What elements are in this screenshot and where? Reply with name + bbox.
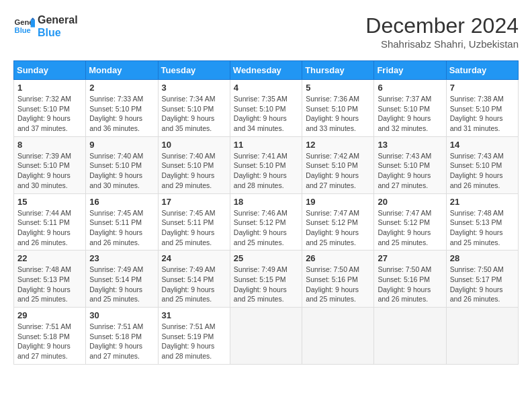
day-number: 16 <box>89 197 154 207</box>
day-number: 29 <box>17 310 82 320</box>
calendar-cell: 29Sunrise: 7:51 AM Sunset: 5:18 PM Dayli… <box>14 308 86 365</box>
calendar-cell: 28Sunrise: 7:50 AM Sunset: 5:17 PM Dayli… <box>446 250 518 308</box>
calendar-cell: 24Sunrise: 7:49 AM Sunset: 5:14 PM Dayli… <box>158 250 230 308</box>
calendar-cell: 25Sunrise: 7:49 AM Sunset: 5:15 PM Dayli… <box>230 250 302 308</box>
calendar-cell: 27Sunrise: 7:50 AM Sunset: 5:16 PM Dayli… <box>374 250 446 308</box>
day-info: Sunrise: 7:35 AM Sunset: 5:10 PM Dayligh… <box>234 94 298 134</box>
col-header-monday: Monday <box>86 61 158 80</box>
calendar-cell: 14Sunrise: 7:43 AM Sunset: 5:10 PM Dayli… <box>446 136 518 193</box>
calendar-cell: 6Sunrise: 7:37 AM Sunset: 5:10 PM Daylig… <box>374 80 446 137</box>
calendar-cell: 26Sunrise: 7:50 AM Sunset: 5:16 PM Dayli… <box>302 250 374 308</box>
day-number: 6 <box>378 83 442 93</box>
calendar-cell: 8Sunrise: 7:39 AM Sunset: 5:10 PM Daylig… <box>14 136 86 193</box>
col-header-friday: Friday <box>374 61 446 80</box>
day-info: Sunrise: 7:40 AM Sunset: 5:10 PM Dayligh… <box>162 151 226 191</box>
day-number: 15 <box>17 197 82 207</box>
day-number: 17 <box>162 197 226 207</box>
calendar-cell: 12Sunrise: 7:42 AM Sunset: 5:10 PM Dayli… <box>302 136 374 193</box>
calendar-cell: 3Sunrise: 7:34 AM Sunset: 5:10 PM Daylig… <box>158 80 230 137</box>
day-number: 20 <box>378 197 442 207</box>
calendar-cell: 19Sunrise: 7:47 AM Sunset: 5:12 PM Dayli… <box>302 193 374 250</box>
day-number: 28 <box>450 253 515 263</box>
day-number: 19 <box>306 197 370 207</box>
col-header-thursday: Thursday <box>302 61 374 80</box>
day-number: 12 <box>306 140 370 150</box>
day-number: 9 <box>89 140 154 150</box>
day-number: 31 <box>162 310 226 320</box>
day-number: 2 <box>89 83 154 93</box>
day-number: 4 <box>234 83 298 93</box>
header-row: SundayMondayTuesdayWednesdayThursdayFrid… <box>14 61 519 80</box>
day-info: Sunrise: 7:36 AM Sunset: 5:10 PM Dayligh… <box>306 94 370 134</box>
day-info: Sunrise: 7:46 AM Sunset: 5:12 PM Dayligh… <box>234 208 298 248</box>
day-info: Sunrise: 7:45 AM Sunset: 5:11 PM Dayligh… <box>162 208 226 248</box>
day-info: Sunrise: 7:49 AM Sunset: 5:14 PM Dayligh… <box>162 265 226 304</box>
calendar-cell: 15Sunrise: 7:44 AM Sunset: 5:11 PM Dayli… <box>14 193 86 250</box>
calendar-cell: 4Sunrise: 7:35 AM Sunset: 5:10 PM Daylig… <box>230 80 302 137</box>
logo-blue: Blue <box>38 26 78 39</box>
logo-general: General <box>38 13 78 26</box>
day-number: 27 <box>378 253 442 263</box>
day-number: 26 <box>306 253 370 263</box>
day-info: Sunrise: 7:37 AM Sunset: 5:10 PM Dayligh… <box>378 94 442 134</box>
calendar-cell: 22Sunrise: 7:48 AM Sunset: 5:13 PM Dayli… <box>14 250 86 308</box>
page-header: General Blue General Blue December 2024 … <box>13 13 519 50</box>
day-info: Sunrise: 7:39 AM Sunset: 5:10 PM Dayligh… <box>17 151 82 191</box>
day-number: 23 <box>89 253 154 263</box>
day-number: 30 <box>89 310 154 320</box>
week-row-2: 8Sunrise: 7:39 AM Sunset: 5:10 PM Daylig… <box>14 136 519 193</box>
month-title: December 2024 <box>365 13 519 38</box>
calendar-cell: 1Sunrise: 7:32 AM Sunset: 5:10 PM Daylig… <box>14 80 86 137</box>
calendar-cell: 13Sunrise: 7:43 AM Sunset: 5:10 PM Dayli… <box>374 136 446 193</box>
svg-marker-2 <box>31 20 35 28</box>
day-number: 14 <box>450 140 515 150</box>
day-info: Sunrise: 7:51 AM Sunset: 5:18 PM Dayligh… <box>89 322 154 361</box>
day-info: Sunrise: 7:32 AM Sunset: 5:10 PM Dayligh… <box>17 94 82 134</box>
calendar-cell: 11Sunrise: 7:41 AM Sunset: 5:10 PM Dayli… <box>230 136 302 193</box>
day-number: 24 <box>162 253 226 263</box>
col-header-saturday: Saturday <box>446 61 518 80</box>
week-row-4: 22Sunrise: 7:48 AM Sunset: 5:13 PM Dayli… <box>14 250 519 308</box>
day-info: Sunrise: 7:42 AM Sunset: 5:10 PM Dayligh… <box>306 151 370 191</box>
title-block: December 2024 Shahrisabz Shahri, Uzbekis… <box>365 13 519 50</box>
day-info: Sunrise: 7:47 AM Sunset: 5:12 PM Dayligh… <box>378 208 442 248</box>
calendar-cell <box>446 308 518 365</box>
day-info: Sunrise: 7:34 AM Sunset: 5:10 PM Dayligh… <box>162 94 226 134</box>
day-number: 1 <box>17 83 82 93</box>
calendar-cell: 17Sunrise: 7:45 AM Sunset: 5:11 PM Dayli… <box>158 193 230 250</box>
week-row-5: 29Sunrise: 7:51 AM Sunset: 5:18 PM Dayli… <box>14 308 519 365</box>
day-info: Sunrise: 7:38 AM Sunset: 5:10 PM Dayligh… <box>450 94 515 134</box>
calendar-cell: 20Sunrise: 7:47 AM Sunset: 5:12 PM Dayli… <box>374 193 446 250</box>
day-number: 3 <box>162 83 226 93</box>
logo: General Blue General Blue <box>13 13 78 39</box>
calendar-cell <box>302 308 374 365</box>
day-info: Sunrise: 7:49 AM Sunset: 5:15 PM Dayligh… <box>234 265 298 304</box>
day-number: 25 <box>234 253 298 263</box>
calendar-cell: 5Sunrise: 7:36 AM Sunset: 5:10 PM Daylig… <box>302 80 374 137</box>
calendar-cell: 31Sunrise: 7:51 AM Sunset: 5:19 PM Dayli… <box>158 308 230 365</box>
day-info: Sunrise: 7:45 AM Sunset: 5:11 PM Dayligh… <box>89 208 154 248</box>
day-info: Sunrise: 7:43 AM Sunset: 5:10 PM Dayligh… <box>450 151 515 191</box>
day-info: Sunrise: 7:47 AM Sunset: 5:12 PM Dayligh… <box>306 208 370 248</box>
calendar-table: SundayMondayTuesdayWednesdayThursdayFrid… <box>13 60 519 365</box>
location-subtitle: Shahrisabz Shahri, Uzbekistan <box>365 38 519 50</box>
calendar-cell: 21Sunrise: 7:48 AM Sunset: 5:13 PM Dayli… <box>446 193 518 250</box>
day-info: Sunrise: 7:49 AM Sunset: 5:14 PM Dayligh… <box>89 265 154 304</box>
day-number: 18 <box>234 197 298 207</box>
day-info: Sunrise: 7:50 AM Sunset: 5:16 PM Dayligh… <box>378 265 442 304</box>
logo-icon: General Blue <box>13 15 35 37</box>
day-info: Sunrise: 7:50 AM Sunset: 5:17 PM Dayligh… <box>450 265 515 304</box>
day-info: Sunrise: 7:44 AM Sunset: 5:11 PM Dayligh… <box>17 208 82 248</box>
col-header-sunday: Sunday <box>14 61 86 80</box>
calendar-cell: 23Sunrise: 7:49 AM Sunset: 5:14 PM Dayli… <box>86 250 158 308</box>
day-info: Sunrise: 7:40 AM Sunset: 5:10 PM Dayligh… <box>89 151 154 191</box>
calendar-cell: 10Sunrise: 7:40 AM Sunset: 5:10 PM Dayli… <box>158 136 230 193</box>
day-number: 8 <box>17 140 82 150</box>
col-header-wednesday: Wednesday <box>230 61 302 80</box>
day-number: 7 <box>450 83 515 93</box>
calendar-cell: 18Sunrise: 7:46 AM Sunset: 5:12 PM Dayli… <box>230 193 302 250</box>
day-info: Sunrise: 7:48 AM Sunset: 5:13 PM Dayligh… <box>17 265 82 304</box>
day-number: 11 <box>234 140 298 150</box>
day-info: Sunrise: 7:51 AM Sunset: 5:18 PM Dayligh… <box>17 322 82 361</box>
day-number: 22 <box>17 253 82 263</box>
